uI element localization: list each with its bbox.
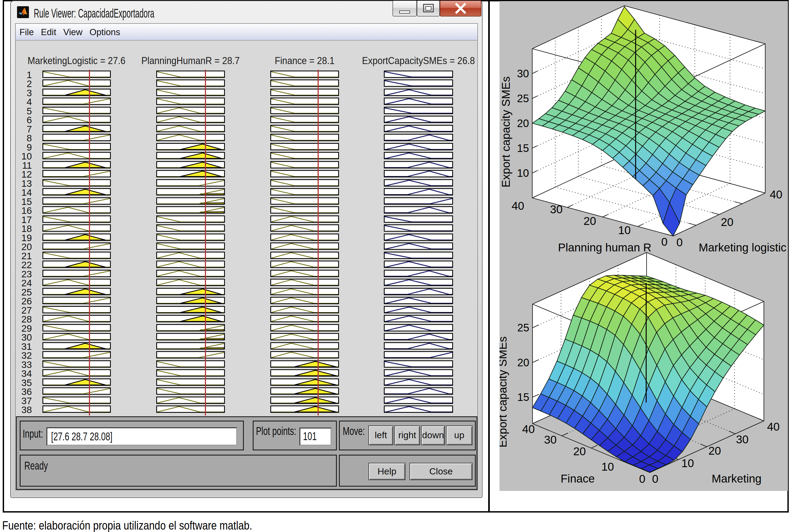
svg-text:0: 0 xyxy=(652,473,658,485)
svg-text:0: 0 xyxy=(639,473,645,485)
svg-text:30: 30 xyxy=(517,68,529,79)
svg-text:Marketing: Marketing xyxy=(712,472,761,485)
svg-text:20: 20 xyxy=(721,216,734,228)
svg-text:20: 20 xyxy=(573,445,586,458)
svg-text:15: 15 xyxy=(517,142,529,154)
svg-text:30: 30 xyxy=(544,433,557,446)
svg-text:20: 20 xyxy=(584,215,596,227)
svg-text:Export capacity SMEs: Export capacity SMEs xyxy=(500,337,509,448)
svg-text:40: 40 xyxy=(522,423,535,436)
svg-text:20: 20 xyxy=(517,357,529,368)
svg-text:10: 10 xyxy=(681,457,694,470)
svg-text:30: 30 xyxy=(736,433,749,446)
svg-text:10: 10 xyxy=(601,460,614,473)
svg-text:0: 0 xyxy=(676,236,682,249)
svg-text:Export capacity SMEs: Export capacity SMEs xyxy=(500,76,512,188)
svg-text:10: 10 xyxy=(517,167,529,179)
svg-text:15: 15 xyxy=(517,391,529,403)
svg-text:20: 20 xyxy=(709,444,721,457)
svg-text:10: 10 xyxy=(618,224,631,236)
svg-text:20: 20 xyxy=(517,117,529,129)
svg-text:Finace: Finace xyxy=(561,472,595,485)
svg-text:40: 40 xyxy=(767,420,780,433)
svg-text:25: 25 xyxy=(517,322,529,334)
svg-text:40: 40 xyxy=(770,188,783,201)
svg-text:30: 30 xyxy=(550,203,563,216)
svg-text:Marketing logistic: Marketing logistic xyxy=(699,241,786,254)
svg-text:Planning human R: Planning human R xyxy=(558,241,652,254)
svg-text:0: 0 xyxy=(661,235,668,248)
svg-text:25: 25 xyxy=(517,92,529,104)
svg-text:40: 40 xyxy=(512,200,524,212)
